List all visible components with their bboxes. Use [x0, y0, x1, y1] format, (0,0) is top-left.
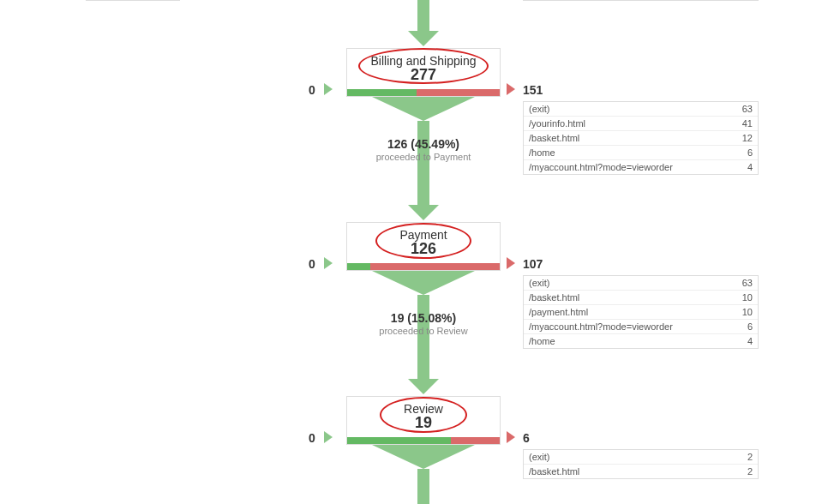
- exit-count: 10: [742, 307, 753, 317]
- step-count: 277: [347, 66, 500, 84]
- exit-row[interactable]: /basket.html2: [524, 465, 758, 478]
- exit-row[interactable]: /home4: [524, 334, 758, 348]
- step-1-exit-table[interactable]: (exit)63 /yourinfo.html41 /basket.html12…: [523, 101, 759, 175]
- step-3-exit-table[interactable]: (exit)2 /basket.html2: [523, 449, 759, 479]
- out-arrow-icon: [507, 83, 515, 95]
- between-label-1: 126 (45.49%) proceeded to Payment: [338, 137, 509, 162]
- bar-dropped: [417, 89, 500, 96]
- exit-path: (exit): [529, 452, 549, 462]
- exit-path: /myaccount.html?mode=vieworder: [529, 321, 673, 332]
- step-count: 19: [347, 414, 500, 432]
- step-progress-bar: [347, 89, 500, 96]
- exit-count: 63: [742, 278, 753, 288]
- in-arrow-icon: [324, 257, 333, 269]
- step-box-billing-shipping[interactable]: Billing and Shipping 277: [346, 48, 501, 97]
- exit-path: /payment.html: [529, 307, 588, 317]
- exit-count: 2: [747, 466, 753, 477]
- step-3-out-count: 6: [523, 431, 530, 445]
- arrow-step-2-to-3: [417, 295, 429, 379]
- out-arrow-icon: [507, 257, 515, 269]
- funnel-visualization: Billing and Shipping 277 0 151 (exit)63 …: [0, 0, 840, 504]
- between-sub: proceeded to Payment: [338, 152, 509, 162]
- exit-row[interactable]: (exit)63: [524, 102, 758, 117]
- exit-path: /home: [529, 147, 555, 158]
- exit-row[interactable]: /basket.html12: [524, 131, 758, 146]
- exit-path: /basket.html: [529, 292, 579, 303]
- exit-count: 41: [742, 118, 753, 129]
- bar-continued: [347, 263, 370, 270]
- funnel-shape: [372, 97, 475, 121]
- funnel-shape: [372, 271, 475, 295]
- bar-continued: [347, 437, 451, 444]
- exit-path: /basket.html: [529, 466, 579, 477]
- exit-path: (exit): [529, 278, 549, 288]
- exit-count: 4: [747, 162, 753, 172]
- exit-row[interactable]: /myaccount.html?mode=vieworder4: [524, 160, 758, 174]
- between-label-2: 19 (15.08%) proceeded to Review: [338, 311, 509, 336]
- between-main: 19 (15.08%): [338, 311, 509, 325]
- exit-row[interactable]: /payment.html10: [524, 305, 758, 320]
- exit-count: 12: [742, 133, 753, 143]
- step-1-in-count: 0: [309, 83, 315, 97]
- bar-continued: [347, 89, 417, 96]
- exit-path: /yourinfo.html: [529, 118, 585, 129]
- exit-path: /basket.html: [529, 133, 579, 143]
- step-1-out-count: 151: [523, 83, 543, 97]
- arrow-step-1-to-2: [417, 121, 429, 205]
- step-progress-bar: [347, 437, 500, 444]
- step-box-review[interactable]: Review 19: [346, 396, 501, 445]
- exit-row[interactable]: /myaccount.html?mode=vieworder6: [524, 320, 758, 334]
- exit-count: 2: [747, 452, 753, 462]
- out-arrow-icon: [507, 431, 515, 443]
- exit-row[interactable]: /yourinfo.html41: [524, 117, 758, 131]
- step-2-in-count: 0: [309, 257, 315, 271]
- exit-path: (exit): [529, 104, 549, 114]
- exit-count: 6: [747, 321, 753, 332]
- arrow-into-step-1: [417, 0, 429, 31]
- exit-row[interactable]: (exit)63: [524, 276, 758, 291]
- exit-path: /myaccount.html?mode=vieworder: [529, 162, 673, 172]
- exit-count: 10: [742, 292, 753, 303]
- step-2-exit-table[interactable]: (exit)63 /basket.html10 /payment.html10 …: [523, 275, 759, 349]
- step-box-payment[interactable]: Payment 126: [346, 222, 501, 271]
- step-count: 126: [347, 240, 500, 258]
- exit-row[interactable]: (exit)2: [524, 450, 758, 465]
- bar-dropped: [370, 263, 500, 270]
- exit-count: 4: [747, 336, 753, 346]
- exit-path: /home: [529, 336, 555, 346]
- in-arrow-icon: [324, 431, 333, 443]
- exit-row[interactable]: /home6: [524, 146, 758, 160]
- exit-count: 6: [747, 147, 753, 158]
- between-main: 126 (45.49%): [338, 137, 509, 151]
- bar-dropped: [451, 437, 500, 444]
- exit-count: 63: [742, 104, 753, 114]
- step-2-out-count: 107: [523, 257, 543, 271]
- in-arrow-icon: [324, 83, 333, 95]
- prev-step-ghost-right: [523, 0, 759, 10]
- step-3-in-count: 0: [309, 431, 315, 445]
- arrow-out-of-step-3: [417, 469, 429, 504]
- between-sub: proceeded to Review: [338, 326, 509, 336]
- funnel-shape: [372, 445, 475, 469]
- step-progress-bar: [347, 263, 500, 270]
- exit-row[interactable]: /basket.html10: [524, 291, 758, 305]
- prev-step-ghost-left: [86, 0, 180, 10]
